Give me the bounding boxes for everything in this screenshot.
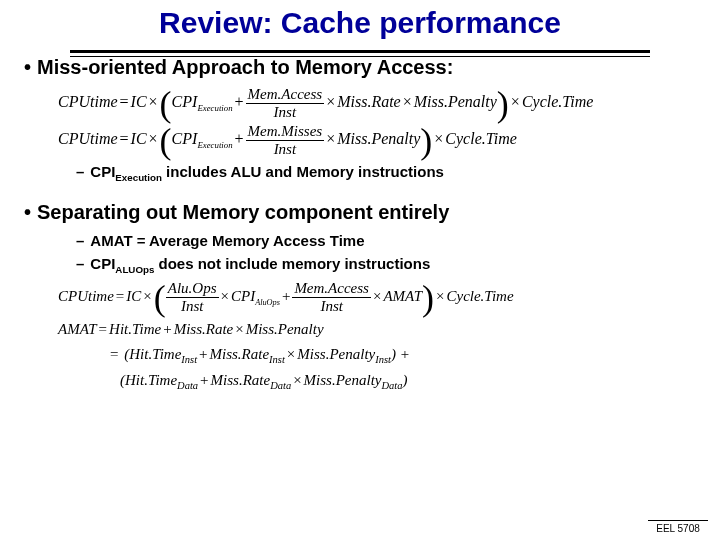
- title-rule-thick: [70, 50, 650, 53]
- equation-amat-2: = (Hit.TimeInst+Miss.RateInst×Miss.Penal…: [108, 343, 696, 368]
- equation-cputime-2: CPUtime=IC×(CPIExecution+Mem.MissesInst×…: [58, 124, 696, 157]
- bullet-miss-oriented: •Miss-oriented Approach to Memory Access…: [24, 56, 696, 79]
- bullet-text: Separating out Memory component entirely: [37, 201, 449, 223]
- sub-bullet-cpi-aluops: –CPIALUOps does not include memory instr…: [76, 255, 696, 275]
- dash: –: [76, 163, 84, 180]
- title-wrap: Review: Cache performance: [0, 0, 720, 42]
- content: •Miss-oriented Approach to Memory Access…: [0, 42, 720, 394]
- sub-bullet-cpi-execution: –CPIExecution includes ALU and Memory in…: [76, 163, 696, 183]
- footer-course-code: EEL 5708: [648, 520, 708, 534]
- bullet-text: Miss-oriented Approach to Memory Access:: [37, 56, 453, 78]
- page-title: Review: Cache performance: [159, 6, 561, 40]
- dash: –: [76, 232, 84, 249]
- bullet-dot: •: [24, 201, 31, 223]
- equation-cputime-3: CPUtime=IC×(Alu.OpsInst×CPIAluOps+Mem.Ac…: [58, 281, 696, 314]
- bullet-separating: •Separating out Memory component entirel…: [24, 201, 696, 224]
- title-rule-thin: [70, 56, 650, 57]
- bullet-dot: •: [24, 56, 31, 78]
- equation-amat-3: (Hit.TimeData+Miss.RateData×Miss.Penalty…: [120, 369, 696, 394]
- equation-cputime-1: CPUtime=IC×(CPIExecution+Mem.AccessInst×…: [58, 87, 696, 120]
- equation-amat-1: AMAT=Hit.Time+Miss.Rate×Miss.Penalty: [58, 318, 696, 341]
- dash: –: [76, 255, 84, 272]
- sub-bullet-amat-def: –AMAT = Average Memory Access Time: [76, 232, 696, 249]
